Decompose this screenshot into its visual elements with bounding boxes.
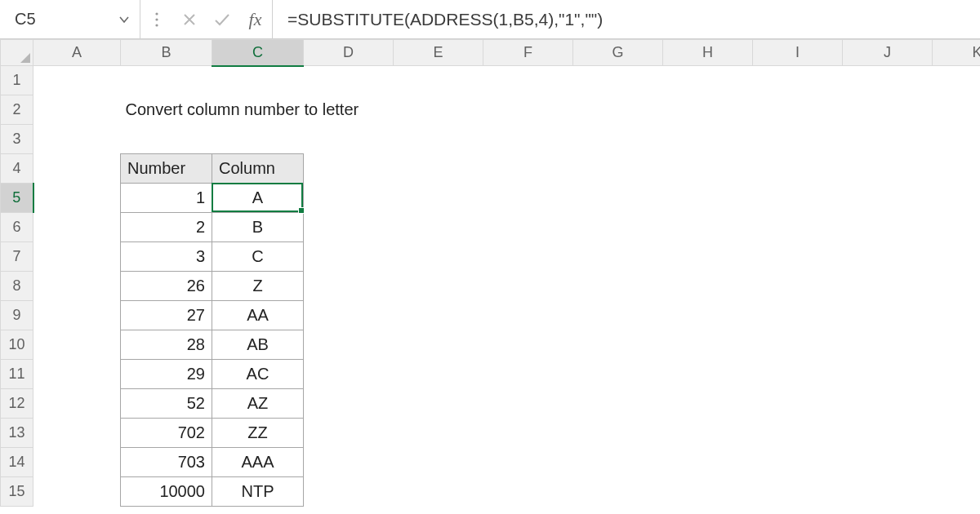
svg-point-2 [155, 24, 158, 26]
table-header-number[interactable]: Number [121, 154, 212, 184]
cell[interactable] [33, 389, 121, 419]
cell[interactable] [33, 95, 121, 125]
table-header-column[interactable]: Column [212, 154, 304, 184]
svg-point-1 [155, 18, 158, 20]
cell[interactable] [33, 184, 121, 213]
cancel-icon[interactable] [173, 0, 206, 38]
row-hdr-9[interactable]: 9 [1, 301, 33, 330]
name-box-value: C5 [15, 10, 117, 29]
cell[interactable] [33, 477, 121, 507]
cell[interactable] [33, 154, 121, 184]
col-hdr-D[interactable]: D [304, 40, 394, 66]
table-row[interactable]: AA [212, 301, 304, 330]
row-hdr-6[interactable]: 6 [1, 213, 33, 242]
cell[interactable] [304, 477, 981, 507]
col-hdr-I[interactable]: I [753, 40, 843, 66]
svg-point-0 [155, 12, 158, 15]
col-hdr-C[interactable]: C [212, 40, 304, 66]
column-header-row: A B C D E F G H I J K [1, 40, 981, 66]
cell[interactable] [304, 184, 981, 213]
table-row[interactable]: C [212, 242, 304, 272]
table-row[interactable]: 702 [121, 419, 212, 448]
table-row[interactable]: AZ [212, 389, 304, 419]
row-hdr-7[interactable]: 7 [1, 242, 33, 272]
formula-bar: C5 fx =SUBSTITUTE(ADDRESS(1,B5,4),"1",""… [0, 0, 980, 39]
table-row[interactable]: 26 [121, 272, 212, 301]
col-hdr-G[interactable]: G [573, 40, 663, 66]
formula-input[interactable]: =SUBSTITUTE(ADDRESS(1,B5,4),"1","") [273, 0, 980, 38]
enter-icon[interactable] [206, 0, 238, 38]
row-hdr-11[interactable]: 11 [1, 360, 33, 389]
cell[interactable] [304, 448, 981, 477]
select-all-corner[interactable] [1, 40, 33, 66]
formula-text: =SUBSTITUTE(ADDRESS(1,B5,4),"1","") [287, 10, 603, 29]
spreadsheet-grid[interactable]: A B C D E F G H I J K 1 2 Convert column [0, 39, 980, 507]
row-hdr-15[interactable]: 15 [1, 477, 33, 507]
row-hdr-2[interactable]: 2 [1, 95, 33, 125]
col-hdr-J[interactable]: J [843, 40, 933, 66]
col-hdr-H[interactable]: H [663, 40, 753, 66]
row-hdr-14[interactable]: 14 [1, 448, 33, 477]
table-row[interactable]: 27 [121, 301, 212, 330]
more-icon[interactable] [140, 0, 173, 38]
cell[interactable] [304, 272, 981, 301]
cell[interactable] [33, 272, 121, 301]
table-row[interactable]: Z [212, 272, 304, 301]
cell[interactable] [33, 213, 121, 242]
cell[interactable] [33, 360, 121, 389]
row-hdr-13[interactable]: 13 [1, 419, 33, 448]
cell[interactable] [304, 389, 981, 419]
cell[interactable] [33, 419, 121, 448]
col-hdr-A[interactable]: A [33, 40, 121, 66]
row-hdr-10[interactable]: 10 [1, 330, 33, 360]
cell[interactable] [33, 448, 121, 477]
row-hdr-1[interactable]: 1 [1, 66, 33, 95]
col-hdr-B[interactable]: B [121, 40, 212, 66]
row-hdr-5[interactable]: 5 [1, 184, 33, 213]
row-hdr-8[interactable]: 8 [1, 272, 33, 301]
table-row[interactable]: 28 [121, 330, 212, 360]
row-hdr-4[interactable]: 4 [1, 154, 33, 184]
cell[interactable] [304, 213, 981, 242]
cell[interactable] [33, 330, 121, 360]
cell[interactable] [304, 330, 981, 360]
chevron-down-icon[interactable] [117, 12, 131, 27]
name-box[interactable]: C5 [0, 0, 140, 38]
col-hdr-F[interactable]: F [483, 40, 573, 66]
row-hdr-12[interactable]: 12 [1, 389, 33, 419]
table-row[interactable]: 703 [121, 448, 212, 477]
cell[interactable] [304, 419, 981, 448]
table-row[interactable]: 10000 [121, 477, 212, 507]
cell[interactable] [483, 95, 981, 125]
table-row[interactable]: NTP [212, 477, 304, 507]
table-row[interactable]: AB [212, 330, 304, 360]
table-row[interactable]: 29 [121, 360, 212, 389]
cell[interactable] [33, 66, 981, 95]
cell[interactable] [33, 242, 121, 272]
table-row[interactable]: 1 [121, 184, 212, 213]
insert-function-button[interactable]: fx [238, 0, 273, 38]
table-row[interactable]: 52 [121, 389, 212, 419]
col-hdr-K[interactable]: K [933, 40, 981, 66]
page-title[interactable]: Convert column number to letter [121, 95, 483, 125]
cell[interactable] [304, 301, 981, 330]
active-cell[interactable]: A [212, 184, 304, 213]
table-row[interactable]: ZZ [212, 419, 304, 448]
table-row[interactable]: AAA [212, 448, 304, 477]
cell[interactable] [304, 242, 981, 272]
cell[interactable] [304, 360, 981, 389]
cell[interactable] [304, 154, 981, 184]
table-row[interactable]: B [212, 213, 304, 242]
table-row[interactable]: 2 [121, 213, 212, 242]
table-row[interactable]: AC [212, 360, 304, 389]
table-row[interactable]: 3 [121, 242, 212, 272]
col-hdr-E[interactable]: E [394, 40, 483, 66]
row-hdr-3[interactable]: 3 [1, 125, 33, 154]
cell[interactable] [33, 125, 981, 154]
cell[interactable] [33, 301, 121, 330]
